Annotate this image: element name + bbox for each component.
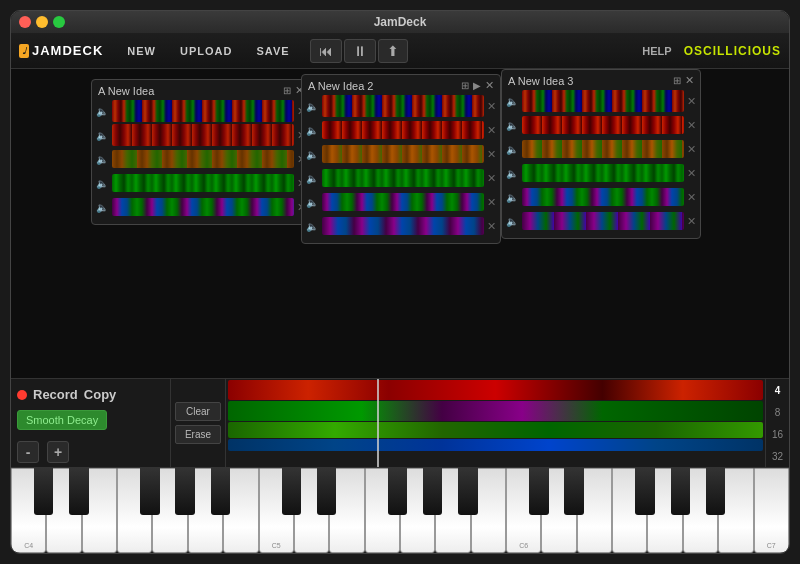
track-row: 🔈 ✕ bbox=[506, 138, 696, 160]
window-title: JamDeck bbox=[374, 15, 427, 29]
smooth-decay-button[interactable]: Smooth Decay bbox=[17, 410, 107, 430]
grid-num-16[interactable]: 16 bbox=[766, 423, 789, 445]
speaker-icon: 🔈 bbox=[306, 173, 322, 184]
upload-button[interactable]: UPLOAD bbox=[168, 41, 244, 61]
speaker-icon: 🔈 bbox=[506, 96, 522, 107]
track-pattern[interactable] bbox=[112, 150, 294, 168]
sequencer-lane-4[interactable] bbox=[228, 439, 763, 451]
plus-button[interactable]: + bbox=[47, 441, 69, 463]
track-pattern[interactable] bbox=[522, 188, 684, 206]
clear-button[interactable]: Clear bbox=[175, 402, 221, 421]
card-title-3: A New Idea 3 bbox=[508, 75, 573, 87]
close-button[interactable] bbox=[19, 16, 31, 28]
minus-plus-controls: - + bbox=[17, 441, 164, 463]
record-label[interactable]: Record bbox=[33, 387, 78, 402]
card-close-2[interactable]: ✕ bbox=[485, 79, 494, 92]
black-key[interactable] bbox=[671, 468, 690, 514]
rewind-button[interactable]: ⏮ bbox=[310, 39, 342, 63]
grid-num-8[interactable]: 8 bbox=[766, 401, 789, 423]
track-pattern[interactable] bbox=[112, 174, 294, 192]
black-key[interactable] bbox=[175, 468, 194, 514]
black-key[interactable] bbox=[706, 468, 725, 514]
username-label: OSCILLICIOUS bbox=[684, 44, 781, 58]
black-key[interactable] bbox=[69, 468, 88, 514]
track-pattern[interactable] bbox=[522, 140, 684, 158]
card-loop-icon[interactable]: ⊞ bbox=[283, 85, 291, 96]
title-bar: JamDeck bbox=[11, 11, 789, 33]
track-pattern[interactable] bbox=[322, 95, 484, 117]
card-title-1: A New Idea bbox=[98, 85, 154, 97]
sequencer-lane-2[interactable] bbox=[228, 401, 763, 421]
card-play-icon[interactable]: ▶ bbox=[473, 80, 481, 91]
pattern-card-2: A New Idea 2 ⊞ ▶ ✕ 🔈 ✕ 🔈 ✕ 🔈 ✕ bbox=[301, 74, 501, 244]
clear-erase-column: Clear Erase bbox=[171, 379, 226, 467]
black-key[interactable] bbox=[529, 468, 548, 514]
help-button[interactable]: HELP bbox=[630, 41, 683, 61]
sequencer-lane-3[interactable] bbox=[228, 422, 763, 438]
pause-button[interactable]: ⏸ bbox=[344, 39, 376, 63]
track-pattern[interactable] bbox=[522, 90, 684, 112]
track-delete[interactable]: ✕ bbox=[487, 220, 496, 233]
save-button[interactable]: SAVE bbox=[244, 41, 301, 61]
sequencer-lane-1[interactable] bbox=[228, 380, 763, 400]
track-pattern[interactable] bbox=[112, 124, 294, 146]
speaker-icon: 🔈 bbox=[306, 149, 322, 160]
track-delete[interactable]: ✕ bbox=[687, 143, 696, 156]
grid-num-32[interactable]: 32 bbox=[766, 445, 789, 467]
track-pattern[interactable] bbox=[522, 164, 684, 182]
track-delete[interactable]: ✕ bbox=[687, 191, 696, 204]
upload-track-button[interactable]: ⬆ bbox=[378, 39, 408, 63]
track-delete[interactable]: ✕ bbox=[687, 119, 696, 132]
grid-num-4[interactable]: 4 bbox=[766, 379, 789, 401]
black-key[interactable] bbox=[34, 468, 53, 514]
track-delete[interactable]: ✕ bbox=[687, 167, 696, 180]
black-key[interactable] bbox=[211, 468, 230, 514]
track-row: 🔈 ✕ bbox=[306, 167, 496, 189]
black-key[interactable] bbox=[564, 468, 583, 514]
track-delete[interactable]: ✕ bbox=[487, 172, 496, 185]
track-pattern[interactable] bbox=[322, 193, 484, 211]
track-row: 🔈 ✕ bbox=[306, 143, 496, 165]
track-pattern[interactable] bbox=[322, 169, 484, 187]
black-key[interactable] bbox=[388, 468, 407, 514]
piano-area: C4C5C6C7 bbox=[11, 468, 789, 553]
track-delete[interactable]: ✕ bbox=[487, 148, 496, 161]
speaker-icon: 🔈 bbox=[506, 216, 522, 227]
card-loop-icon[interactable]: ⊞ bbox=[461, 80, 469, 91]
black-key[interactable] bbox=[140, 468, 159, 514]
minimize-button[interactable] bbox=[36, 16, 48, 28]
track-pattern[interactable] bbox=[322, 217, 484, 235]
speaker-icon: 🔈 bbox=[306, 101, 322, 112]
track-delete[interactable]: ✕ bbox=[487, 124, 496, 137]
track-pattern[interactable] bbox=[112, 100, 294, 122]
track-delete[interactable]: ✕ bbox=[487, 100, 496, 113]
track-delete[interactable]: ✕ bbox=[687, 95, 696, 108]
traffic-lights bbox=[19, 16, 65, 28]
copy-button[interactable]: Copy bbox=[84, 387, 117, 402]
new-button[interactable]: NEW bbox=[115, 41, 168, 61]
speaker-icon: 🔈 bbox=[506, 192, 522, 203]
erase-button[interactable]: Erase bbox=[175, 425, 221, 444]
grid-numbers: 4 8 16 32 bbox=[765, 379, 789, 467]
black-key[interactable] bbox=[458, 468, 477, 514]
black-key[interactable] bbox=[282, 468, 301, 514]
black-key[interactable] bbox=[317, 468, 336, 514]
speaker-icon: 🔈 bbox=[306, 197, 322, 208]
pattern-card-1: A New Idea ⊞ ✕ 🔈 ✕ 🔈 ✕ 🔈 ✕ bbox=[91, 79, 311, 225]
track-pattern[interactable] bbox=[522, 212, 684, 230]
track-pattern[interactable] bbox=[322, 121, 484, 139]
track-pattern[interactable] bbox=[522, 116, 684, 134]
track-row: 🔈 ✕ bbox=[306, 215, 496, 237]
card-loop-icon[interactable]: ⊞ bbox=[673, 75, 681, 86]
maximize-button[interactable] bbox=[53, 16, 65, 28]
black-key[interactable] bbox=[423, 468, 442, 514]
track-delete[interactable]: ✕ bbox=[487, 196, 496, 209]
track-delete[interactable]: ✕ bbox=[687, 215, 696, 228]
playhead bbox=[377, 379, 379, 467]
card-close-3[interactable]: ✕ bbox=[685, 74, 694, 87]
minus-button[interactable]: - bbox=[17, 441, 39, 463]
black-key[interactable] bbox=[635, 468, 654, 514]
speaker-icon: 🔈 bbox=[96, 106, 112, 117]
track-pattern[interactable] bbox=[322, 145, 484, 163]
track-pattern[interactable] bbox=[112, 198, 294, 216]
